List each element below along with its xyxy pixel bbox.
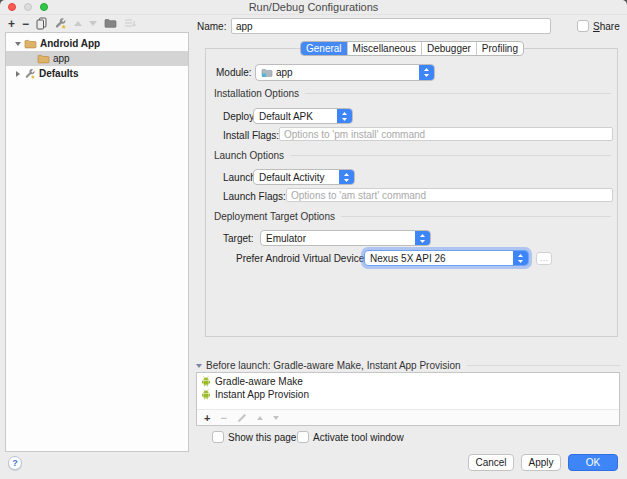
section-title: Deployment Target Options <box>214 211 335 222</box>
activate-tool-window-label: Activate tool window <box>313 432 404 443</box>
target-dropdown[interactable]: Emulator <box>260 230 431 246</box>
name-input[interactable] <box>231 18 551 34</box>
move-task-up-icon <box>257 416 263 420</box>
tree-item-android-app[interactable]: Android App <box>6 36 188 51</box>
section-divider <box>467 365 620 366</box>
section-divider <box>341 216 611 217</box>
collapse-icon[interactable] <box>196 364 202 368</box>
before-launch-header[interactable]: Before launch: Gradle-aware Make, Instan… <box>196 360 620 371</box>
dropdown-stepper-icon <box>415 231 430 245</box>
copy-configuration-icon[interactable] <box>36 17 47 30</box>
task-label: Gradle-aware Make <box>215 376 303 387</box>
tab-general[interactable]: General <box>301 42 347 55</box>
general-tab-panel: Module: app Installation Options Deploy: <box>205 48 618 337</box>
module-dropdown[interactable]: app <box>255 64 435 81</box>
close-button[interactable] <box>8 3 16 11</box>
task-row-instant-app-provision[interactable]: Instant App Provision <box>197 388 619 401</box>
task-label: Instant App Provision <box>215 389 309 400</box>
cancel-button[interactable]: Cancel <box>468 454 514 471</box>
tree-item-defaults[interactable]: Defaults <box>6 66 188 81</box>
before-launch-title: Before launch: Gradle-aware Make, Instan… <box>206 360 461 371</box>
help-button[interactable]: ? <box>8 456 22 470</box>
new-folder-icon[interactable] <box>104 18 117 29</box>
task-list-toolbar: + − <box>197 409 619 425</box>
launch-options-section: Launch Options <box>214 150 611 161</box>
task-row-gradle-aware-make[interactable]: Gradle-aware Make <box>197 375 619 388</box>
apply-button[interactable]: Apply <box>521 454 561 471</box>
activate-tool-window-option: Activate tool window <box>297 431 404 443</box>
tab-profiling[interactable]: Profiling <box>476 42 523 55</box>
launch-flags-label: Launch Flags: <box>223 191 286 202</box>
expand-icon[interactable] <box>16 71 20 77</box>
show-this-page-label: Show this page <box>228 432 296 443</box>
move-up-icon <box>74 21 82 26</box>
deploy-value: Default APK <box>259 111 313 122</box>
android-icon <box>201 389 211 400</box>
launch-dropdown[interactable]: Default Activity <box>253 169 355 185</box>
avd-label: Prefer Android Virtual Device: <box>236 253 367 264</box>
remove-task-button: − <box>220 412 226 424</box>
run-debug-configurations-dialog: Run/Debug Configurations + − <box>0 0 627 479</box>
configurations-tree: Android App app Defaults <box>5 32 189 452</box>
move-down-icon <box>89 21 97 26</box>
target-value: Emulator <box>266 233 306 244</box>
section-divider <box>305 93 611 94</box>
module-icon <box>261 68 273 78</box>
minimize-button <box>24 3 32 11</box>
launch-flags-input[interactable] <box>286 188 613 202</box>
move-task-down-icon <box>273 416 279 420</box>
wrench-icon <box>24 68 36 80</box>
title-bar: Run/Debug Configurations <box>0 0 627 15</box>
before-launch-task-list: Gradle-aware Make Instant App Prov <box>196 372 620 426</box>
window-title: Run/Debug Configurations <box>0 0 627 15</box>
browse-avd-button[interactable]: … <box>536 252 552 265</box>
share-checkbox[interactable] <box>577 20 589 32</box>
tab-debugger[interactable]: Debugger <box>421 42 476 55</box>
show-this-page-checkbox[interactable] <box>212 431 224 443</box>
module-value: app <box>276 67 293 78</box>
avd-dropdown[interactable]: Nexus 5X API 26 <box>364 250 529 266</box>
name-label: Name: <box>197 21 226 32</box>
avd-value: Nexus 5X API 26 <box>370 253 446 264</box>
edit-task-pencil-icon <box>237 413 247 423</box>
deployment-target-options-section: Deployment Target Options <box>214 211 611 222</box>
dropdown-stepper-icon <box>339 170 354 184</box>
sort-configurations-icon <box>124 18 136 29</box>
tree-item-app[interactable]: app <box>6 51 188 66</box>
deploy-label: Deploy: <box>223 111 257 122</box>
add-configuration-button[interactable]: + <box>8 17 15 31</box>
deploy-dropdown[interactable]: Default APK <box>253 108 353 124</box>
configurations-toolbar: + − <box>8 16 136 31</box>
collapse-icon[interactable] <box>15 42 21 46</box>
tree-item-label: app <box>53 53 70 64</box>
remove-configuration-button[interactable]: − <box>22 17 29 31</box>
install-flags-label: Install Flags: <box>223 130 279 141</box>
launch-value: Default Activity <box>259 172 325 183</box>
dropdown-stepper-icon <box>513 251 528 265</box>
dropdown-stepper-icon <box>337 109 352 123</box>
section-divider <box>290 155 611 156</box>
tree-item-label: Defaults <box>39 68 78 79</box>
ok-button[interactable]: OK <box>568 454 618 471</box>
section-title: Launch Options <box>214 150 284 161</box>
android-icon <box>201 376 211 387</box>
tab-miscellaneous[interactable]: Miscellaneous <box>347 42 421 55</box>
target-label: Target: <box>223 233 254 244</box>
dropdown-stepper-icon <box>419 65 434 80</box>
dialog-buttons: Cancel Apply OK <box>468 454 618 471</box>
share-label: Share <box>593 21 620 32</box>
tree-item-label: Android App <box>40 38 100 49</box>
show-this-page-option: Show this page <box>212 431 296 443</box>
section-title: Installation Options <box>214 88 299 99</box>
add-task-button[interactable]: + <box>204 412 210 424</box>
activate-tool-window-checkbox[interactable] <box>297 431 309 443</box>
folder-icon <box>24 39 37 49</box>
module-label: Module: <box>216 67 252 78</box>
zoom-button[interactable] <box>40 3 48 11</box>
folder-icon <box>37 54 50 64</box>
installation-options-section: Installation Options <box>214 88 611 99</box>
tabs-bar: General Miscellaneous Debugger Profiling <box>205 41 619 56</box>
install-flags-input[interactable] <box>279 127 613 141</box>
edit-defaults-wrench-icon[interactable] <box>54 17 67 30</box>
